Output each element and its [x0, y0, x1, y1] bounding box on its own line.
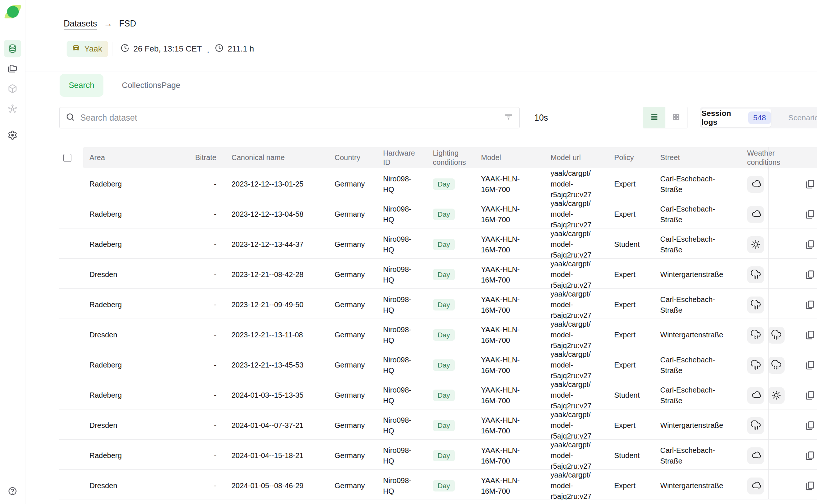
cell-hardware-id: Niro098-HQ: [383, 174, 420, 195]
lighting-badge: Day: [433, 269, 455, 280]
copy-icon: [804, 329, 816, 341]
col-header-model: Model: [477, 153, 547, 162]
table-row[interactable]: Radeberg - 2023-12-12--13-44-37 Germany …: [59, 228, 817, 259]
help-button[interactable]: [8, 486, 17, 496]
list-view-button[interactable]: [643, 107, 665, 128]
lighting-badge: Day: [433, 390, 455, 401]
cell-policy: Expert: [610, 360, 656, 370]
cell-canonical-name: 2023-12-21--13-45-53: [219, 360, 325, 370]
search-input[interactable]: [80, 113, 504, 123]
copy-button[interactable]: [803, 328, 816, 342]
sidebar-item-datasets[interactable]: [4, 40, 21, 57]
cell-model-url: yaak/​cargpt/​model-​r5ajq2ru:v27: [551, 470, 604, 502]
table-row[interactable]: Radeberg - 2023-12-12--13-01-25 Germany …: [59, 168, 817, 198]
table-row[interactable]: Radeberg - 2023-12-12--13-04-58 Germany …: [59, 198, 817, 228]
cell-street: Wintergartenstraße: [660, 420, 723, 431]
scenarios-segment[interactable]: Scenarios: [771, 109, 817, 127]
copy-button[interactable]: [803, 268, 816, 282]
recorded-at-text: 26 Feb, 13:15 CET: [134, 44, 202, 54]
cell-model: YAAK-HLN-16M-700: [481, 415, 535, 436]
cell-model: YAAK-HLN-16M-700: [481, 385, 535, 406]
copy-button[interactable]: [803, 358, 816, 372]
search-icon: [66, 112, 75, 123]
copy-button[interactable]: [803, 207, 816, 221]
table-row[interactable]: Radeberg - 2023-12-21--13-45-53 Germany …: [59, 349, 817, 379]
lighting-badge: Day: [433, 359, 455, 371]
copy-icon: [804, 359, 816, 372]
cell-policy: Expert: [610, 420, 656, 431]
drizzle-icon: [747, 327, 764, 344]
cell-canonical-name: 2024-01-03--15-13-35: [219, 390, 325, 401]
tab-search[interactable]: Search: [60, 74, 103, 97]
copy-button[interactable]: [803, 419, 816, 433]
table-row[interactable]: Dresden - 2024-01-05--08-46-29 Germany N…: [59, 470, 817, 500]
cell-bitrate: -: [188, 269, 219, 280]
cell-policy: Expert: [610, 179, 656, 189]
cell-model-url: yaak/​cargpt/​model-​r5ajq2ru:v27: [551, 259, 604, 291]
session-logs-count-badge: 548: [748, 111, 771, 124]
tab-collections-page[interactable]: CollectionsPage: [122, 81, 180, 90]
copy-button[interactable]: [803, 177, 816, 191]
cell-street: Carl-Eschebach-Straße: [660, 385, 725, 406]
rain-icon: [747, 417, 764, 434]
cell-policy: Expert: [610, 330, 656, 340]
copy-button[interactable]: [803, 388, 816, 402]
cell-bitrate: -: [188, 390, 219, 401]
select-all-checkbox[interactable]: [63, 154, 71, 162]
grid-view-button[interactable]: [665, 107, 687, 128]
app-logo-icon: [5, 4, 21, 19]
filter-icon[interactable]: [504, 112, 513, 123]
cell-area: Radeberg: [83, 390, 188, 401]
cloud-icon: [747, 478, 764, 494]
cell-model-url: yaak/​cargpt/​model-​r5ajq2ru:v27: [551, 379, 604, 411]
table-row[interactable]: Radeberg - 2024-01-04--15-18-21 Germany …: [59, 440, 817, 470]
sidebar-item-collections[interactable]: [8, 64, 17, 73]
cell-canonical-name: 2023-12-21--09-49-50: [219, 299, 325, 310]
col-header-area: Area: [83, 153, 188, 162]
sidebar-item-settings[interactable]: [8, 130, 18, 140]
cell-hardware-id: Niro098-HQ: [383, 475, 420, 497]
session-logs-segment[interactable]: Session logs 548: [701, 109, 771, 127]
meta-dot: .: [207, 45, 209, 55]
car-icon: [71, 43, 81, 55]
copy-button[interactable]: [803, 298, 816, 312]
cell-model-url: yaak/​cargpt/​model-​r5ajq2ru:v27: [551, 319, 604, 351]
help-icon: [8, 486, 17, 496]
table-row[interactable]: Dresden - 2023-12-21--13-11-08 Germany N…: [59, 319, 817, 349]
sidebar-item-pipelines[interactable]: [8, 104, 17, 114]
gear-icon: [8, 130, 18, 140]
breadcrumb-datasets-link[interactable]: Datasets: [64, 19, 97, 29]
cell-model: YAAK-HLN-16M-700: [481, 324, 535, 346]
cell-area: Dresden: [83, 480, 188, 491]
folders-icon: [8, 64, 17, 73]
recorded-at: 26 Feb, 13:15 CET: [120, 43, 202, 55]
breadcrumb-current: FSD: [119, 19, 136, 29]
cell-bitrate: -: [188, 239, 219, 250]
table-row[interactable]: Dresden - 2024-01-04--07-37-21 Germany N…: [59, 409, 817, 440]
cloud-icon: [747, 447, 764, 464]
copy-button[interactable]: [803, 449, 816, 463]
cell-hardware-id: Niro098-HQ: [383, 264, 420, 285]
table-row[interactable]: Dresden - 2023-12-21--08-42-28 Germany N…: [59, 259, 817, 289]
clock-icon: [215, 43, 224, 55]
copy-button[interactable]: [803, 479, 816, 493]
drive-type-badge[interactable]: Yaak: [67, 41, 108, 57]
cell-country: Germany: [325, 239, 376, 250]
col-header-bitrate: Bitrate: [188, 153, 219, 162]
cell-policy: Expert: [610, 480, 656, 491]
copy-button[interactable]: [803, 238, 816, 252]
sidebar-item-models[interactable]: [8, 84, 17, 93]
cell-street: Carl-Eschebach-Straße: [660, 445, 725, 466]
table-row[interactable]: Radeberg - 2023-12-21--09-49-50 Germany …: [59, 289, 817, 319]
datasets-table: Area Bitrate Canonical name Country Hard…: [59, 147, 817, 500]
col-header-weather: Weather conditions: [743, 149, 784, 167]
table-row[interactable]: Radeberg - 2024-01-03--15-13-35 Germany …: [59, 379, 817, 409]
cell-hardware-id: Niro098-HQ: [383, 355, 420, 376]
network-icon: [8, 104, 17, 114]
cell-country: Germany: [325, 420, 376, 431]
cell-policy: Student: [610, 239, 656, 250]
cell-bitrate: -: [188, 179, 219, 189]
lighting-badge: Day: [433, 239, 455, 250]
col-header-street: Street: [656, 153, 743, 162]
cell-hardware-id: Niro098-HQ: [383, 415, 420, 436]
